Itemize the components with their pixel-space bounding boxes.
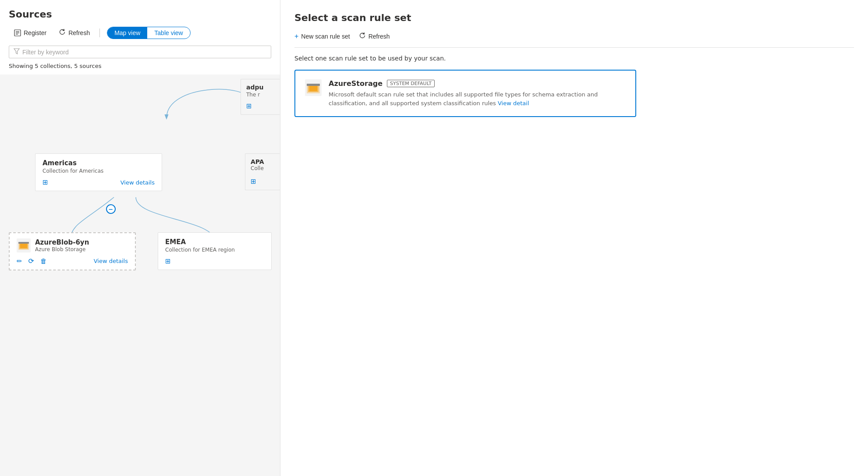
left-panel: Sources Register (0, 0, 280, 476)
register-label: Register (24, 29, 46, 36)
source-header: AzureBlob-6yn Azure Blob Storage (17, 238, 128, 252)
right-refresh-icon (359, 32, 366, 40)
scan-rule-content: AzureStorage SYSTEM DEFAULT Microsoft de… (329, 79, 626, 107)
map-view-button[interactable]: Map view (107, 27, 147, 39)
americas-view-details[interactable]: View details (120, 179, 155, 186)
collapse-icon: − (109, 206, 113, 213)
svg-rect-13 (309, 85, 317, 91)
apa-card: APA Colle ⊞ (245, 153, 280, 190)
source-card: AzureBlob-6yn Azure Blob Storage ✏ ⟳ 🗑 V… (9, 232, 136, 270)
refresh-icon (59, 28, 66, 37)
right-refresh-button[interactable]: Refresh (359, 32, 390, 40)
source-title: AzureBlob-6yn (35, 238, 89, 246)
apa-grid-icon: ⊞ (251, 178, 256, 185)
scan-rule-title-row: AzureStorage SYSTEM DEFAULT (329, 79, 626, 88)
connector-svg (0, 75, 280, 476)
scan-rule-azure-icon (305, 79, 322, 96)
right-panel-title: Select a scan rule set (294, 12, 854, 23)
scan-rule-name: AzureStorage (329, 79, 383, 88)
apa-title: APA (251, 158, 275, 165)
right-toolbar: + New scan rule set Refresh (294, 32, 854, 48)
filter-icon (14, 48, 20, 56)
showing-text: Showing 5 collections, 5 sources (9, 63, 271, 69)
scan-icon[interactable]: ⟳ (28, 257, 34, 265)
source-view-details[interactable]: View details (94, 258, 128, 264)
delete-icon[interactable]: 🗑 (40, 257, 47, 265)
scan-rule-card[interactable]: AzureStorage SYSTEM DEFAULT Microsoft de… (294, 70, 636, 117)
table-view-button[interactable]: Table view (147, 27, 190, 39)
scan-description: Select one scan rule set to be used by y… (294, 55, 854, 62)
left-header: Sources Register (0, 0, 280, 75)
system-default-badge: SYSTEM DEFAULT (387, 80, 435, 87)
emea-title: EMEA (165, 238, 264, 246)
azure-blob-icon (17, 238, 31, 252)
svg-rect-9 (18, 242, 29, 244)
map-canvas: adpu The r ⊞ Americas Collection for Ame… (0, 75, 280, 476)
svg-rect-14 (307, 84, 320, 86)
americas-title: Americas (43, 159, 155, 167)
adpu-grid-icon: ⊞ (246, 102, 252, 110)
page-title: Sources (9, 9, 271, 20)
americas-grid-icon[interactable]: ⊞ (43, 178, 48, 186)
svg-rect-8 (20, 244, 27, 248)
refresh-button[interactable]: Refresh (53, 26, 95, 39)
new-scan-rule-label: New scan rule set (301, 33, 350, 40)
edit-icon[interactable]: ✏ (17, 257, 22, 265)
right-refresh-label: Refresh (368, 33, 390, 40)
source-action-icons: ✏ ⟳ 🗑 (17, 257, 47, 265)
plus-icon: + (294, 32, 298, 40)
toolbar-divider (99, 28, 100, 37)
emea-footer: ⊞ (165, 257, 264, 265)
emea-subtitle: Collection for EMEA region (165, 247, 264, 253)
adpu-title: adpu (246, 84, 275, 91)
emea-grid-icon[interactable]: ⊞ (165, 257, 171, 265)
view-detail-link[interactable]: View detail (498, 100, 529, 107)
americas-subtitle: Collection for Americas (43, 168, 155, 174)
americas-footer: ⊞ View details (43, 178, 155, 186)
adpu-card: adpu The r ⊞ (241, 79, 280, 115)
scan-rule-desc: Microsoft default scan rule set that inc… (329, 90, 626, 107)
adpu-subtitle: The r (246, 92, 275, 98)
source-type: Azure Blob Storage (35, 246, 89, 252)
source-actions: ✏ ⟳ 🗑 View details (17, 257, 128, 265)
collapse-circle[interactable]: − (106, 204, 116, 214)
apa-subtitle: Colle (251, 165, 275, 171)
refresh-label: Refresh (68, 29, 90, 36)
register-button[interactable]: Register (9, 27, 52, 39)
register-icon (14, 29, 21, 36)
americas-card: Americas Collection for Americas ⊞ View … (35, 153, 162, 191)
svg-marker-4 (14, 49, 19, 54)
right-panel: Select a scan rule set + New scan rule s… (280, 0, 868, 476)
filter-input[interactable] (22, 49, 266, 56)
filter-bar (9, 46, 271, 58)
new-scan-rule-button[interactable]: + New scan rule set (294, 32, 350, 40)
emea-card: EMEA Collection for EMEA region ⊞ (158, 232, 272, 270)
toolbar: Register Refresh Map view Table view (9, 26, 271, 39)
view-toggle: Map view Table view (107, 27, 191, 39)
